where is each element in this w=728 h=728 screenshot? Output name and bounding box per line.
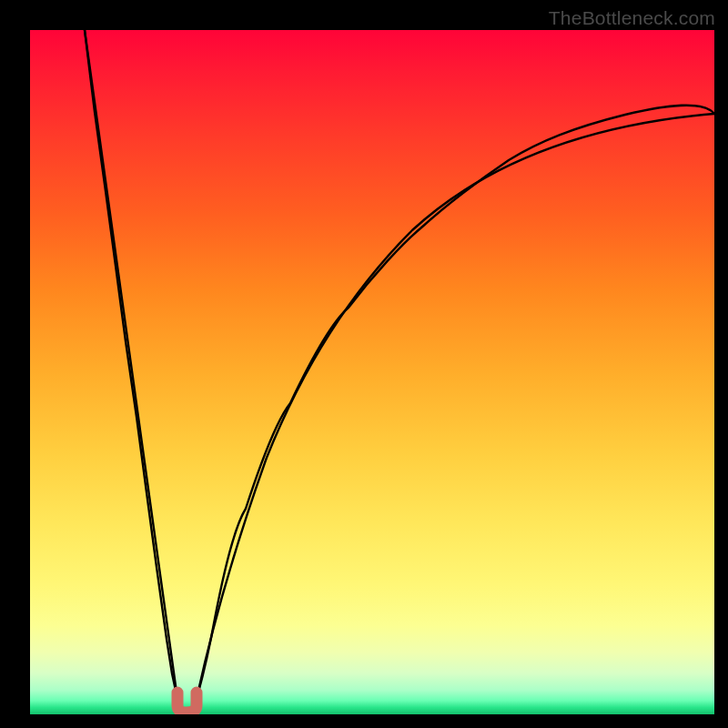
full-bottleneck-curve — [85, 30, 714, 699]
right-branch-curve — [197, 106, 714, 699]
plot-area — [30, 30, 714, 714]
chart-frame: TheBottleneck.com — [0, 0, 728, 728]
curve-layer — [30, 30, 714, 714]
minimum-marker — [177, 693, 197, 713]
watermark-text: TheBottleneck.com — [549, 7, 715, 29]
